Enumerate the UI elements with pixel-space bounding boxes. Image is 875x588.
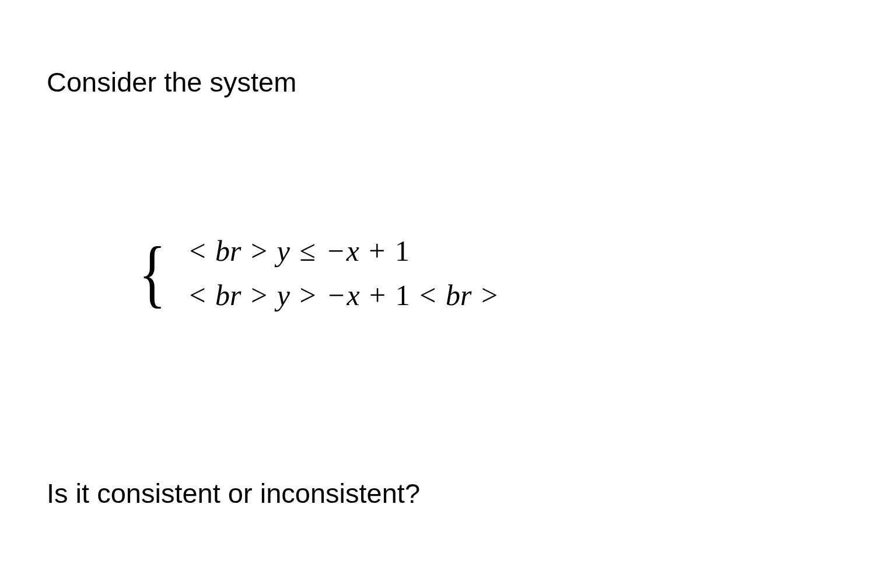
inequality-line-2: < br > y > −x + 1 < br >	[187, 278, 500, 312]
left-brace: {	[139, 239, 166, 307]
intro-paragraph: Consider the system	[47, 64, 828, 100]
question-paragraph: Is it consistent or inconsistent?	[47, 475, 828, 511]
system-of-inequalities: { < br > y ≤ −x + 1 < br > y > −x + 1 < …	[134, 234, 828, 312]
document-content: Consider the system { < br > y ≤ −x + 1 …	[0, 0, 875, 511]
inequality-line-1: < br > y ≤ −x + 1	[187, 234, 500, 268]
cases-container: < br > y ≤ −x + 1 < br > y > −x + 1 < br…	[187, 234, 500, 312]
